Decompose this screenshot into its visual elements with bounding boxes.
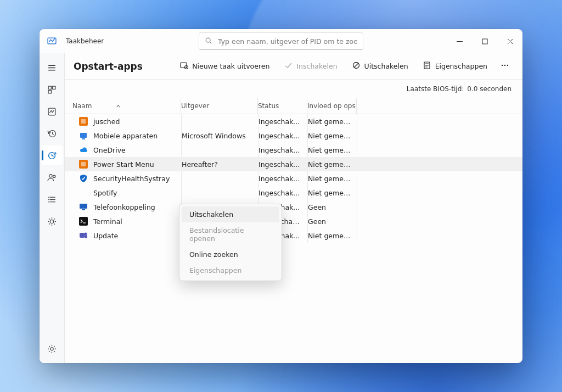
- svg-point-21: [48, 197, 49, 198]
- cell-impact: Geen: [307, 217, 357, 226]
- search-box[interactable]: [199, 32, 363, 50]
- cell-impact: Niet gemeten: [307, 232, 357, 240]
- maximize-button[interactable]: [472, 29, 497, 53]
- app-name: Power Start Menu: [93, 160, 154, 169]
- enable-button: Inschakelen: [278, 58, 342, 75]
- main: Opstart-apps Nieuwe taak uitvoeren Insch…: [65, 53, 522, 363]
- nav-performance[interactable]: [42, 102, 63, 121]
- svg-point-1: [206, 38, 210, 42]
- none-icon: [79, 188, 88, 197]
- more-icon: [501, 61, 509, 71]
- table-row[interactable]: Mobiele apparatenMicrosoft WindowsIngesc…: [65, 128, 522, 143]
- terminal-icon: [79, 217, 88, 226]
- col-name[interactable]: Naam: [72, 98, 181, 114]
- svg-point-50: [85, 233, 87, 236]
- cell-name: Terminal: [72, 217, 181, 226]
- cell-impact: Niet gemeten: [307, 189, 357, 197]
- svg-rect-12: [48, 90, 51, 93]
- table-row[interactable]: TerminalMicrosoft CorporationUitgeschake…: [65, 214, 522, 228]
- bios-info: Laatste BIOS-tijd: 0.0 seconden: [65, 80, 522, 98]
- sidebar: [40, 53, 65, 363]
- enable-label: Inschakelen: [296, 62, 337, 70]
- nav-startup[interactable]: [42, 145, 63, 165]
- cell-name: Mobiele apparaten: [72, 131, 181, 140]
- sort-asc-icon: [116, 104, 121, 109]
- teams-icon: [79, 231, 88, 240]
- nav-history[interactable]: [42, 124, 63, 143]
- col-publisher[interactable]: Uitgever: [181, 98, 258, 114]
- bios-value: 0.0 seconden: [467, 85, 512, 93]
- close-button[interactable]: [497, 29, 522, 53]
- table-row[interactable]: SpotifyIngeschakeldNiet gemeten: [65, 186, 522, 200]
- cell-impact: Niet gemeten: [307, 160, 357, 169]
- cell-status: Ingeschakeld: [258, 160, 307, 169]
- cell-publisher: Hereafter?: [181, 160, 258, 169]
- svg-line-31: [354, 63, 358, 68]
- nav-processes[interactable]: [42, 80, 63, 99]
- run-task-label: Nieuwe taak uitvoeren: [192, 62, 269, 70]
- table-row[interactable]: UpdateIngeschakeldNiet gemeten: [65, 228, 522, 243]
- table-row[interactable]: juschedIngeschakeldNiet gemeten: [65, 114, 522, 128]
- run-task-button[interactable]: Nieuwe taak uitvoeren: [174, 58, 275, 75]
- context-menu: Uitschakelen Bestandslocatie openen Onli…: [179, 204, 282, 281]
- svg-point-23: [48, 201, 49, 202]
- task-manager-window: Taakbeheer: [40, 29, 522, 363]
- properties-label: Eigenschappen: [435, 62, 487, 70]
- app-name: Mobiele apparaten: [93, 132, 158, 140]
- cell-status: Ingeschakeld: [258, 189, 307, 197]
- svg-point-17: [53, 175, 55, 177]
- cell-impact: Niet gemeten: [307, 175, 357, 183]
- col-impact[interactable]: Invloed op ops...: [307, 98, 357, 114]
- svg-point-38: [507, 65, 508, 66]
- table-row[interactable]: Power Start MenuHereafter?IngeschakeldNi…: [65, 157, 522, 171]
- ctx-search-online[interactable]: Online zoeken: [182, 247, 279, 262]
- svg-point-24: [50, 220, 53, 223]
- col-status[interactable]: Status: [258, 98, 307, 114]
- ctx-open-location: Bestandslocatie openen: [182, 222, 279, 247]
- cell-name: Spotify: [72, 188, 181, 197]
- ctx-disable[interactable]: Uitschakelen: [182, 206, 279, 222]
- table-body: juschedIngeschakeldNiet gemetenMobiele a…: [65, 114, 522, 243]
- hamburger-button[interactable]: [42, 58, 63, 77]
- nav-users[interactable]: [42, 167, 63, 187]
- search-wrap: [199, 32, 363, 50]
- app-name: jusched: [93, 117, 120, 126]
- monitor-icon: [79, 203, 88, 211]
- disable-label: Uitschakelen: [364, 62, 408, 70]
- minimize-button[interactable]: [447, 29, 472, 53]
- properties-button[interactable]: Eigenschappen: [417, 58, 493, 75]
- table-row[interactable]: SecurityHealthSystrayIngeschakeldNiet ge…: [65, 171, 522, 186]
- svg-rect-45: [80, 204, 87, 209]
- nav-details[interactable]: [42, 189, 63, 209]
- search-input[interactable]: [218, 37, 357, 46]
- run-task-icon: [179, 61, 188, 71]
- orange-icon: [79, 117, 88, 126]
- table-row[interactable]: TelefoonkoppelingIngeschakeldGeen: [65, 200, 522, 214]
- app-name: Terminal: [93, 217, 122, 226]
- cell-name: SecurityHealthSystray: [72, 174, 181, 183]
- disable-button[interactable]: Uitschakelen: [346, 58, 414, 75]
- svg-rect-49: [80, 233, 85, 238]
- table-row[interactable]: OneDriveIngeschakeldNiet gemeten: [65, 143, 522, 157]
- svg-point-22: [48, 199, 49, 200]
- svg-rect-11: [53, 86, 55, 89]
- cell-name: Update: [72, 231, 181, 240]
- nav-settings[interactable]: [42, 339, 63, 359]
- svg-rect-4: [482, 39, 487, 44]
- bios-label: Laatste BIOS-tijd:: [407, 85, 464, 93]
- svg-rect-10: [48, 86, 51, 89]
- more-button[interactable]: [496, 58, 514, 75]
- svg-rect-47: [79, 217, 88, 226]
- cell-impact: Geen: [307, 203, 357, 211]
- svg-rect-41: [80, 133, 87, 138]
- shield-icon: [79, 174, 88, 183]
- prohibit-icon: [352, 61, 361, 71]
- svg-rect-46: [82, 209, 85, 210]
- cell-name: OneDrive: [72, 145, 181, 154]
- cell-status: Ingeschakeld: [258, 146, 307, 154]
- nav-services[interactable]: [42, 211, 63, 231]
- cell-name: jusched: [72, 117, 181, 126]
- cloud-icon: [79, 145, 88, 154]
- cell-impact: Niet gemeten: [307, 146, 357, 154]
- svg-point-25: [50, 347, 53, 350]
